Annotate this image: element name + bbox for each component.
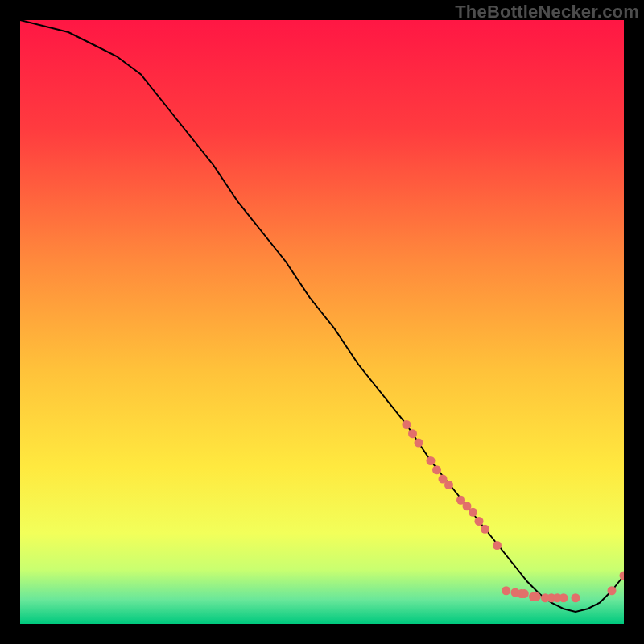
marker-point [481,525,489,534]
chart-canvas: TheBottleNecker.com [0,0,644,644]
marker-point [432,465,441,474]
marker-point [532,592,541,601]
marker-point [608,586,617,595]
marker-point [469,508,477,517]
marker-point [427,456,436,465]
plot-background [20,20,624,624]
marker-point [493,541,502,550]
marker-point [444,481,453,489]
marker-point [415,439,423,448]
marker-point [520,589,529,598]
marker-point [402,420,411,429]
marker-point [475,517,484,526]
marker-point [559,593,568,602]
bottleneck-plot [20,20,624,624]
marker-point [572,593,580,602]
marker-point [408,429,417,438]
marker-point [502,586,510,595]
